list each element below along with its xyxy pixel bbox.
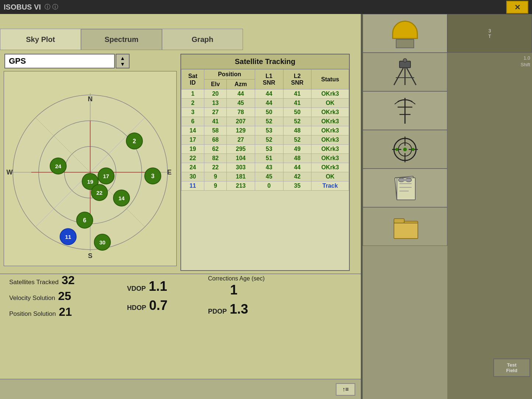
tab-sky-plot[interactable]: Sky Plot [0,29,81,50]
svg-text:3: 3 [151,173,155,179]
chevron-up-icon: ▲ [120,55,125,61]
status-cell: Track [311,181,349,191]
sat-id-cell: 17 [182,135,204,145]
l1-snr-cell: 53 [255,126,283,135]
sat-id-cell: 11 [182,181,204,191]
svg-point-29 [403,59,407,62]
l1-snr-cell: 44 [255,89,283,99]
document-icon [390,173,420,203]
corrections-age-stat: Corrections Age (sec) 1 [208,275,300,297]
satellite-tracking-table: Satellite Tracking SatID Position L1SNR … [180,54,350,271]
table-row: 3 27 78 50 50 OKrk3 [182,108,349,117]
l2-snr-cell: 44 [283,163,311,172]
status-cell: OK [311,172,349,181]
azm-cell: 303 [226,163,255,172]
close-button[interactable]: ✕ [506,1,528,14]
sort-button[interactable]: ↑≡ [336,383,355,396]
elv-cell: 13 [204,99,227,108]
test-field-label: TestField [506,362,517,373]
l1-snr-cell: 44 [255,99,283,108]
tab-spectrum[interactable]: Spectrum [81,29,162,50]
azm-cell: 78 [226,108,255,117]
compass-svg: N E S W 2 3 17 19 22 14 [4,71,177,266]
elv-cell: 58 [204,126,227,135]
folder-icon [390,212,420,241]
gps-selector[interactable]: GPS [4,54,115,68]
svg-point-39 [403,148,407,151]
svg-point-41 [395,148,398,151]
l2-snr-cell: 35 [283,181,311,191]
elv-cell: 82 [204,154,227,163]
table-row: 19 62 295 53 49 OKrk3 [182,145,349,154]
svg-text:6: 6 [83,217,87,223]
col-l1-snr: L1SNR [255,70,283,89]
sat-id-cell: 30 [182,172,204,181]
l1-snr-cell: 45 [255,172,283,181]
svg-text:22: 22 [96,190,103,196]
sat-id-cell: 19 [182,145,204,154]
status-cell: OKrk3 [311,163,349,172]
far-right-top: 3T [447,14,532,53]
main-content: Sky Plot Spectrum Graph GPS ▲ ▼ [0,14,361,399]
position-solution-stat: Position Solution 21 [9,305,127,319]
sat-id-cell: 14 [182,126,204,135]
elv-cell: 62 [204,145,227,154]
status-cell: OKrk3 [311,135,349,145]
antenna-button[interactable] [363,91,447,130]
table-row: 30 9 181 45 42 OK [182,172,349,181]
col-elv: Elv [204,80,227,89]
elv-cell: 9 [204,172,227,181]
l2-snr-cell: 41 [283,99,311,108]
l2-snr-cell: 52 [283,117,311,126]
table-row: 14 58 129 53 48 OKrk3 [182,126,349,135]
status-cell: OKrk3 [311,126,349,135]
azm-cell: 207 [226,117,255,126]
vdop-stat: VDOP 1.1 [127,279,208,294]
document-button[interactable] [363,169,447,207]
sat-id-cell: 2 [182,99,204,108]
table-title: Satellite Tracking [181,54,349,69]
table-row: 24 22 303 43 44 OKrk3 [182,163,349,172]
folder-button[interactable] [363,207,447,246]
gps-unit-button[interactable] [363,14,447,53]
left-stats: Satellites Tracked 32 Velocity Solution … [9,273,127,319]
l1-snr-cell: 52 [255,117,283,126]
test-field-button[interactable]: TestField [493,359,530,377]
l2-snr-cell: 48 [283,126,311,135]
sort-icon: ↑≡ [342,386,349,393]
gps-dropdown-arrow[interactable]: ▲ ▼ [116,54,130,68]
azm-cell: 129 [226,126,255,135]
bottom-stats: Satellites Tracked 32 Velocity Solution … [0,273,361,318]
table-row: 11 9 213 0 35 Track [182,181,349,191]
survey-equipment-button[interactable] [363,53,447,91]
col-position: Position [204,70,255,80]
survey-equipment-icon [390,57,420,87]
status-cell: OKrk3 [311,154,349,163]
azm-cell: 45 [226,99,255,108]
svg-rect-49 [401,179,409,181]
svg-text:17: 17 [103,173,109,179]
l2-snr-cell: 52 [283,135,311,145]
far-right-panel: 3T TestField 1.0Shift [447,14,532,399]
top-bar: ISOBUS VI ⓘ ⓘ ✕ [0,0,532,14]
elv-cell: 9 [204,181,227,191]
azm-cell: 213 [226,181,255,191]
l1-snr-cell: 52 [255,135,283,145]
tab-graph[interactable]: Graph [162,29,243,50]
status-cell: OKrk3 [311,108,349,117]
target-icon [390,135,420,164]
svg-rect-52 [394,223,418,239]
l1-snr-cell: 0 [255,181,283,191]
chevron-down-icon: ▼ [120,61,125,67]
target-button[interactable] [363,130,447,169]
svg-text:19: 19 [87,179,94,185]
l1-snr-cell: 51 [255,154,283,163]
l2-snr-cell: 48 [283,154,311,163]
svg-text:11: 11 [65,234,71,240]
col-azm: Azm [226,80,255,89]
svg-text:N: N [88,95,93,103]
azm-cell: 295 [226,145,255,154]
tabs-row: Sky Plot Spectrum Graph [0,29,361,50]
right-sidebar [363,14,447,399]
svg-text:W: W [7,169,13,176]
